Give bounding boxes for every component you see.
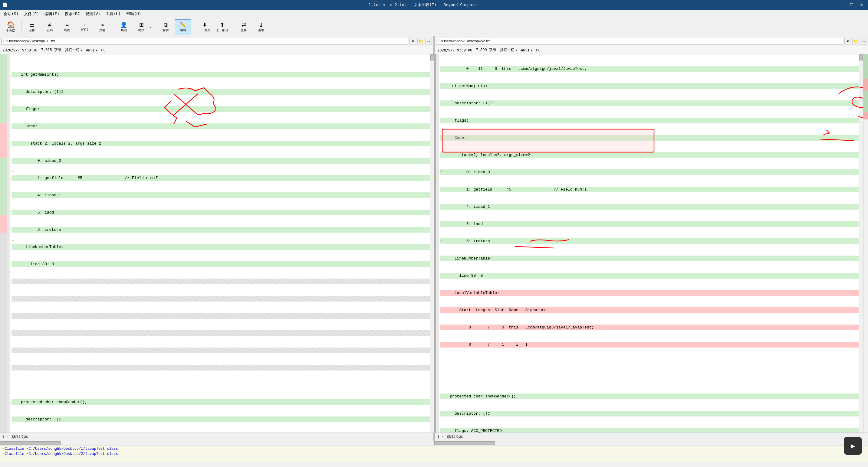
right-other-arrow: ▾ — [515, 48, 517, 52]
code-line: 4: iload_1 — [11, 192, 430, 198]
right-other-dropdown[interactable]: 其它一切 ▾ — [500, 47, 517, 53]
swap-icon: ⇄ — [242, 22, 246, 28]
code-line: 1: getfield #5 // Field num:I — [440, 187, 859, 192]
status-bars: 2020/9/7 9:58:38 7,015 字节 其它一切 ▾ ANSI ▾ … — [0, 46, 868, 55]
toolbar-sep-4 — [194, 21, 194, 34]
code-line-empty — [11, 296, 430, 302]
toolbar-btn-reload[interactable]: ⤓ 重载 — [253, 19, 269, 35]
toolbar-btn-all[interactable]: ☰ 全部 — [24, 19, 40, 35]
left-scroll-thumb[interactable] — [430, 55, 434, 61]
code-line-highlight: 0 7 0 this Lcom/atguigu/java1/JavapTest; — [440, 325, 859, 330]
horizontal-scrollbars — [0, 441, 868, 445]
code-line: stack=2, locals=2, args_size=2 — [440, 152, 859, 158]
left-other-dropdown[interactable]: 其它一切 ▾ — [65, 47, 82, 53]
close-button[interactable]: ✕ — [857, 1, 866, 9]
toolbar-btn-copy[interactable]: ⧉ 复制 — [157, 19, 174, 35]
copy-icon: ⧉ — [164, 22, 168, 28]
right-code-area[interactable]: 0 11 0 this Lcom/atguigu/java1/JavapTest… — [439, 55, 859, 433]
right-file-label: 默认文本 — [448, 434, 463, 439]
status-bar-left: 2020/9/7 9:58:38 7,015 字节 其它一切 ▾ ANSI ▾ … — [0, 47, 433, 53]
toolbar-btn-format[interactable]: ⊞ 格式 — [133, 19, 150, 35]
left-diff-block-4 — [0, 215, 7, 233]
menu-help[interactable]: 帮助(H) — [124, 10, 144, 17]
code-line: descriptor: (I)I — [11, 89, 430, 95]
menu-session[interactable]: 会话(S) — [1, 10, 21, 17]
left-arrow-button[interactable]: → — [425, 38, 432, 44]
menu-file[interactable]: 文件(F) — [22, 10, 41, 17]
left-change-indicator — [0, 55, 7, 433]
toolbar-btn-same[interactable]: = 相同 — [59, 19, 75, 35]
menu-search[interactable]: 搜索(R) — [62, 10, 82, 17]
toolbar-btn-session[interactable]: 🏠 主会话 — [2, 19, 19, 35]
right-h-scroll-thumb[interactable] — [434, 441, 495, 445]
toolbar-btn-edit[interactable]: ✏️ 编辑 — [175, 19, 191, 35]
menu-edit[interactable]: 编辑(E) — [42, 10, 62, 17]
left-scrollbar[interactable] — [430, 55, 434, 433]
code-line: stack=2, locals=2, args_size=2 — [11, 141, 430, 146]
menu-tools[interactable]: 工具(L) — [103, 10, 123, 17]
play-button[interactable] — [844, 437, 862, 455]
right-encoding-dropdown[interactable]: ANSI ▾ — [521, 48, 532, 52]
code-line: flags: — [11, 106, 430, 112]
toolbar-btn-context[interactable]: ↕ 上下文 — [76, 19, 93, 35]
left-enc-arrow: ▾ — [95, 48, 97, 52]
right-h-scrollbar[interactable] — [434, 441, 868, 445]
code-line: descriptor: ()C — [440, 411, 859, 416]
toolbar-sep-2 — [113, 21, 113, 34]
left-folder-button[interactable]: 📁 — [417, 38, 424, 44]
code-line: int getNum(int); — [440, 83, 859, 89]
session-icon: 🏠 — [7, 22, 15, 28]
edit-icon: ✏️ — [180, 22, 186, 28]
minimize-button[interactable]: — — [838, 1, 846, 9]
toolbar-group-format: ⊞ 格式 ▾ — [133, 19, 152, 35]
toolbar-btn-rules[interactable]: 👤 规则 — [116, 19, 132, 35]
left-diff-block-3 — [0, 158, 7, 215]
toolbar-btn-minor[interactable]: ≈ 次要 — [94, 19, 111, 35]
toolbar-label-diff: 差别 — [46, 28, 53, 32]
menu-view[interactable]: 视图(V) — [83, 10, 102, 17]
toolbar-btn-diff[interactable]: ≠ 差别 — [41, 19, 58, 35]
bottom-status-left: 1 : 1 默认文本 — [0, 434, 433, 439]
toolbar-btn-prev-section[interactable]: ⬆ 上一部分 — [214, 19, 230, 35]
left-file-path[interactable] — [1, 38, 408, 44]
toolbar-label-rules: 规则 — [121, 28, 127, 32]
right-other-label: 其它一切 — [500, 47, 515, 53]
toolbar-btn-swap[interactable]: ⇄ 交换 — [236, 19, 252, 35]
path-text-1: Classfile /C:/Users/songhk/Desktop/1/Jav… — [4, 447, 118, 451]
right-enc-arrow: ▾ — [530, 48, 532, 52]
left-browse-button[interactable]: ▾ — [409, 38, 416, 44]
left-file-label: 默认文本 — [13, 434, 28, 439]
right-folder-button[interactable]: 📁 — [852, 38, 859, 44]
format-dropdown[interactable]: ▾ — [150, 26, 152, 29]
maximize-button[interactable]: □ — [847, 1, 856, 9]
toolbar-label-minor: 次要 — [99, 28, 105, 32]
right-arrow-button[interactable]: → — [860, 38, 867, 44]
code-line-empty — [11, 347, 430, 353]
right-browse-button[interactable]: ▾ — [844, 38, 851, 44]
path-line-2: ⇒Classfile /C:/Users/songhk/Desktop/2/Ja… — [0, 451, 868, 457]
right-timestamp: 2020/9/7 9:59:00 — [437, 48, 472, 52]
right-scroll-thumb[interactable] — [859, 55, 863, 61]
toolbar-sep-5 — [233, 21, 233, 34]
toolbar-label-context: 上下文 — [80, 28, 89, 32]
left-cursor-pos: 1 : 1 — [2, 435, 13, 439]
code-line: 0: aload_0 — [440, 169, 859, 175]
right-scrollbar[interactable] — [859, 55, 863, 433]
left-code-panel: int getNum(int); descriptor: (I)I flags:… — [7, 55, 434, 433]
map-block-3 — [864, 91, 868, 112]
left-diff-block-2 — [0, 124, 7, 158]
file-bars: ▾ 📁 → ▾ 📁 → — [0, 36, 868, 46]
code-line: Code: — [11, 124, 430, 129]
code-line — [440, 359, 859, 365]
left-code-area[interactable]: int getNum(int); descriptor: (I)I flags:… — [10, 55, 430, 433]
left-encoding-dropdown[interactable]: ANSI ▾ — [86, 48, 97, 52]
left-h-scrollbar[interactable] — [0, 441, 434, 445]
code-line-empty — [11, 278, 430, 284]
window-controls: — □ ✕ — [838, 1, 866, 9]
right-encoding: ANSI — [521, 48, 530, 52]
left-h-scroll-thumb[interactable] — [0, 441, 61, 445]
right-file-path[interactable] — [436, 38, 843, 44]
left-other-label: 其它一切 — [65, 47, 80, 53]
status-bar-right: 2020/9/7 9:59:00 7,899 字节 其它一切 ▾ ANSI ▾ … — [435, 47, 868, 53]
toolbar-btn-next-section[interactable]: ⬇ 下一区段 — [196, 19, 213, 35]
